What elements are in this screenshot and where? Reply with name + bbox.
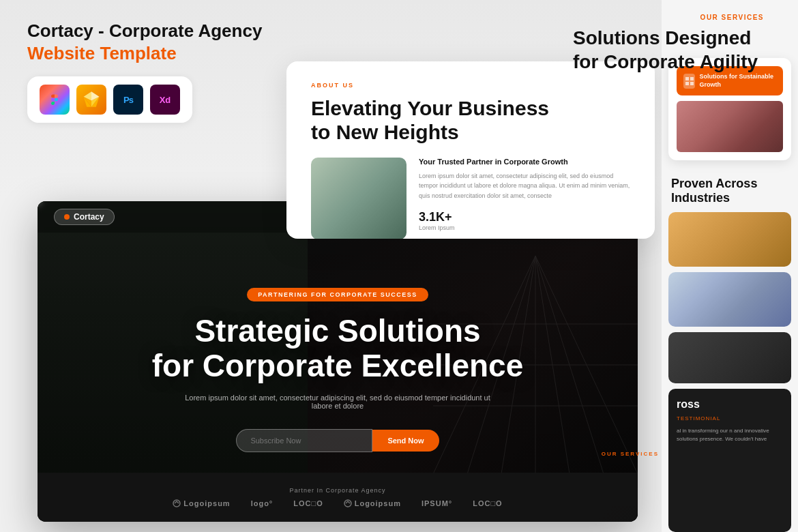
industry-image-2 — [668, 272, 791, 327]
right-panel: Solutions for Sustainable Growth Proven … — [662, 0, 798, 532]
partner-logo-5: IPSUM° — [422, 499, 452, 507]
about-text-block: Your Trusted Partner in Corporate Growth… — [419, 158, 630, 239]
stat-block: 3.1K+ Lorem Ipsum — [419, 210, 630, 231]
about-label: ABOUT US — [311, 82, 630, 89]
hero-badge: PARTNERING FOR CORPORATE SUCCESS — [247, 288, 428, 301]
testimonial-heading: ross — [677, 397, 783, 411]
proven-heading: Proven Across Industries — [662, 167, 798, 212]
industry-image-1 — [668, 212, 791, 267]
tool-icons-container: Ps Xd — [27, 76, 192, 123]
our-services-label-top: OUR SERVICES — [700, 14, 764, 21]
stat-label: Lorem Ipsum — [419, 224, 630, 231]
about-image — [311, 158, 407, 239]
our-services-floating-label: OUR SERVICES — [602, 451, 659, 457]
about-trusted-title: Your Trusted Partner in Corporate Growth — [419, 158, 630, 166]
partner-logo-1: Logoipsum — [173, 499, 230, 507]
partner-logo-3: LOC□O — [293, 499, 323, 507]
solutions-box-text: Solutions for Sustainable Growth — [699, 73, 776, 89]
about-title: Elevating Your Business to New Heights — [311, 97, 630, 144]
top-left-info-panel: Cortacy - Corporate Agency Website Templ… — [27, 20, 262, 123]
mockup-logo[interactable]: Cortacy — [54, 209, 115, 225]
send-now-button[interactable]: Send Now — [372, 430, 439, 452]
partner-logos: Logoipsum logo° LOC□O Logoipsum IPSUM° L… — [173, 499, 502, 507]
svg-rect-20 — [685, 82, 689, 85]
about-content-row: Your Trusted Partner in Corporate Growth… — [311, 158, 630, 239]
hero-subtitle: Lorem ipsum dolor sit amet, consectetur … — [181, 394, 494, 410]
product-title: Cortacy - Corporate Agency — [27, 20, 262, 42]
testimonial-text: al in transforming our n and innovative … — [677, 427, 783, 443]
hero-content: PARTNERING FOR CORPORATE SUCCESS Strateg… — [68, 287, 608, 452]
product-subtitle: Website Template — [27, 43, 262, 64]
partner-logo-2: logo° — [251, 499, 274, 507]
svg-rect-21 — [690, 82, 694, 85]
industry-image-3 — [668, 332, 791, 383]
solutions-icon — [683, 74, 695, 89]
hero-title: Strategic Solutions for Corporate Excell… — [68, 314, 608, 383]
photoshop-icon[interactable]: Ps — [113, 85, 143, 115]
stat-number: 3.1K+ — [419, 210, 630, 224]
partner-logo-6: LOC□O — [473, 499, 502, 507]
solutions-image — [677, 101, 783, 152]
partner-logo-4: Logoipsum — [344, 499, 401, 507]
about-card: ABOUT US Elevating Your Business to New … — [286, 61, 655, 239]
figma-icon[interactable] — [40, 85, 70, 115]
testimonial-card: ross TESTIMONIAL al in transforming our … — [668, 389, 791, 532]
partner-label: Partner In Corporate Agency — [289, 487, 385, 494]
svg-rect-18 — [685, 77, 689, 80]
sketch-icon[interactable] — [76, 85, 106, 115]
logo-dot — [64, 214, 70, 220]
subscribe-input[interactable] — [236, 429, 372, 452]
hero-subscribe-form: Send Now — [68, 429, 608, 452]
about-body-text: Lorem ipsum dolor sit amet, consectetur … — [419, 171, 630, 201]
website-mockup: Cortacy Home About Us Services Team Port… — [38, 201, 638, 522]
testimonial-label: TESTIMONIAL — [677, 415, 783, 422]
mockup-hero-section: Cortacy Home About Us Services Team Port… — [38, 201, 638, 522]
partner-bar: Partner In Corporate Agency Logoipsum lo… — [38, 473, 638, 522]
svg-rect-19 — [690, 77, 694, 80]
top-right-heading: Solutions Designed for Corporate Agility — [573, 26, 764, 74]
xd-icon[interactable]: Xd — [150, 85, 180, 115]
top-right-text-block: OUR SERVICES Solutions Designed for Corp… — [573, 14, 764, 74]
